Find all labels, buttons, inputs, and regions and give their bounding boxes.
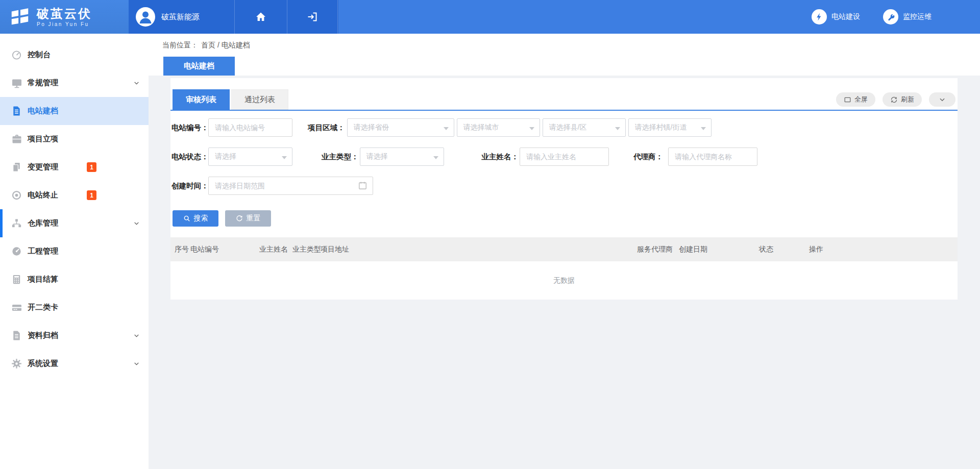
col-owner-type: 业主类型 <box>292 245 321 254</box>
logout-button[interactable] <box>287 0 338 34</box>
create-time-label: 创建时间： <box>172 181 208 191</box>
sidebar-item-station-termination[interactable]: 电站终止 1 <box>0 181 149 209</box>
search-label: 搜索 <box>194 214 208 223</box>
agent-label: 代理商： <box>633 152 663 162</box>
date-range-picker[interactable] <box>208 177 373 195</box>
disc-icon <box>10 189 23 202</box>
refresh-label: 刷新 <box>901 95 914 104</box>
brand-name-cn: 破茧云伏 <box>37 7 92 20</box>
lightning-icon <box>812 9 827 24</box>
brand-logo[interactable]: 破茧云伏 Po Jian Yun Fu <box>0 0 129 34</box>
brand-logo-icon <box>9 6 31 28</box>
page-tab-station-archive[interactable]: 电站建档 <box>163 57 235 76</box>
brand-name: 破茧云伏 Po Jian Yun Fu <box>37 7 92 27</box>
refresh-button[interactable]: 刷新 <box>883 92 922 107</box>
sidebar-item-label: 仓库管理 <box>28 218 58 228</box>
owner-type-select[interactable]: 请选择 <box>360 147 444 166</box>
tab-review-list[interactable]: 审核列表 <box>173 89 230 110</box>
monitor-icon <box>10 77 23 89</box>
top-bar-modules: 电站建设 监控运维 <box>338 0 980 34</box>
city-select[interactable]: 请选择城市 <box>457 118 540 137</box>
top-bar: 破茧云伏 Po Jian Yun Fu 破茧新能源 <box>0 0 980 34</box>
tab-passed-list[interactable]: 通过列表 <box>231 89 288 110</box>
sidebar-item-label: 项目立项 <box>28 134 58 144</box>
home-button[interactable] <box>235 0 287 34</box>
content-card: 审核列表 通过列表 全屏 <box>170 78 958 300</box>
wrench-icon <box>883 9 898 24</box>
col-create-date: 创建日期 <box>679 245 759 254</box>
town-select[interactable]: 请选择村镇/街道 <box>628 118 712 137</box>
sidebar-item-open-card[interactable]: 开二类卡 <box>0 293 149 322</box>
owner-name-input[interactable] <box>520 147 609 166</box>
results-table: 序号 电站编号 业主姓名 业主类型 项目地址 服务代理商 创建日期 状态 操作 … <box>170 237 958 300</box>
breadcrumb-prefix: 当前位置： <box>162 41 198 50</box>
home-icon <box>255 11 267 23</box>
sidebar-item-station-archive[interactable]: 电站建档 <box>0 97 149 125</box>
briefcase-icon <box>10 133 23 145</box>
station-status-label: 电站状态： <box>172 152 208 162</box>
search-icon <box>183 215 190 222</box>
county-select[interactable]: 请选择县/区 <box>543 118 626 137</box>
city-placeholder: 请选择城市 <box>463 123 499 132</box>
refresh-icon <box>890 96 898 104</box>
table-header-row: 序号 电站编号 业主姓名 业主类型 项目地址 服务代理商 创建日期 状态 操作 <box>170 237 958 261</box>
col-status: 状态 <box>759 245 809 254</box>
sidebar-item-change-mgmt[interactable]: 变更管理 1 <box>0 153 149 181</box>
sidebar-item-label: 变更管理 <box>28 162 58 172</box>
sidebar-item-label: 控制台 <box>28 50 51 60</box>
town-placeholder: 请选择村镇/街道 <box>635 123 687 132</box>
sign-out-icon <box>306 11 318 23</box>
copy-files-icon <box>10 161 23 174</box>
bank-card-icon <box>10 301 23 314</box>
sidebar-item-general-mgmt[interactable]: 常规管理 <box>0 69 149 97</box>
sidebar-item-dashboard[interactable]: 控制台 <box>0 41 149 69</box>
sidebar-item-engineering-mgmt[interactable]: 工程管理 <box>0 237 149 265</box>
sidebar-item-label: 电站建档 <box>28 106 58 116</box>
owner-name-label: 业主姓名： <box>482 152 519 162</box>
date-range-input[interactable] <box>208 177 373 195</box>
chevron-down-icon <box>133 80 140 86</box>
module-monitor-ops[interactable]: 监控运维 <box>883 9 932 24</box>
user-menu[interactable]: 破茧新能源 <box>129 0 235 34</box>
col-station-no: 电站编号 <box>190 245 259 254</box>
chevron-down-icon <box>939 96 946 103</box>
company-name: 破茧新能源 <box>161 12 200 22</box>
module-label: 电站建设 <box>831 12 860 21</box>
filter-row-1: 电站编号： 项目区域： 请选择省份 请选择城市 请选择县/区 <box>172 118 958 137</box>
sidebar-item-project-initiation[interactable]: 项目立项 <box>0 125 149 153</box>
reset-button[interactable]: 重置 <box>225 210 271 227</box>
station-status-placeholder: 请选择 <box>215 152 236 161</box>
station-status-select[interactable]: 请选择 <box>208 147 292 166</box>
empty-state: 无数据 <box>170 261 958 300</box>
station-no-input[interactable] <box>208 118 292 137</box>
agent-input[interactable] <box>668 147 757 166</box>
sidebar-item-warehouse-mgmt[interactable]: 仓库管理 <box>0 209 149 237</box>
document-icon <box>10 329 23 342</box>
collapse-button[interactable] <box>929 92 955 107</box>
badge-count: 1 <box>87 162 96 172</box>
sidebar-item-system-settings[interactable]: 系统设置 <box>0 350 149 378</box>
sidebar-item-project-settlement[interactable]: 项目结算 <box>0 265 149 293</box>
province-select[interactable]: 请选择省份 <box>347 118 454 137</box>
filter-buttons: 搜索 重置 <box>172 210 958 227</box>
module-station-build[interactable]: 电站建设 <box>812 9 860 24</box>
fullscreen-icon <box>844 96 851 104</box>
search-button[interactable]: 搜索 <box>173 210 218 227</box>
reset-icon <box>236 215 243 222</box>
sidebar-item-label: 资料归档 <box>28 331 58 340</box>
top-bar-user-section: 破茧新能源 <box>129 0 338 34</box>
page-body: 审核列表 通过列表 全屏 <box>149 76 980 300</box>
col-service-agent: 服务代理商 <box>637 245 679 254</box>
file-text-icon <box>10 105 23 117</box>
sidebar-item-label: 常规管理 <box>28 78 58 88</box>
calculator-icon <box>10 273 23 286</box>
sidebar-item-label: 工程管理 <box>28 246 58 256</box>
sidebar-item-data-archive[interactable]: 资料归档 <box>0 322 149 350</box>
sidebar-item-label: 电站终止 <box>28 190 58 200</box>
breadcrumb-path: 首页 / 电站建档 <box>201 41 250 50</box>
province-placeholder: 请选择省份 <box>354 123 389 132</box>
fullscreen-label: 全屏 <box>854 95 868 104</box>
fullscreen-button[interactable]: 全屏 <box>836 92 875 107</box>
filter-row-3: 创建时间： <box>172 177 958 195</box>
county-placeholder: 请选择县/区 <box>549 123 587 132</box>
